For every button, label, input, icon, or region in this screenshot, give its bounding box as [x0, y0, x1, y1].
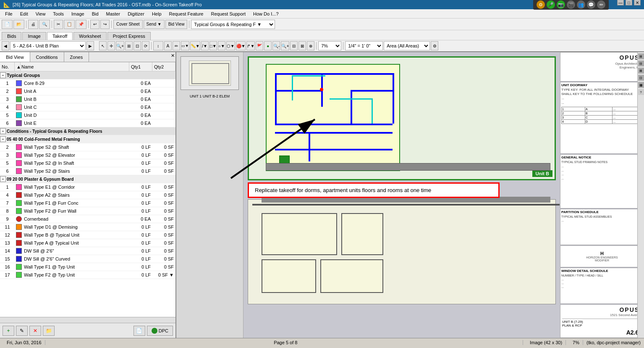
rect2-tool[interactable]: □▼ [209, 41, 217, 50]
expand-cold-formed[interactable]: − [0, 136, 6, 142]
print-button[interactable]: 🖨 [28, 20, 38, 29]
list-item[interactable]: 8 Wall Type F2 @ Furr Wall 0 LF 0 SF [0, 207, 175, 215]
zoom-in-btn2[interactable]: 🔍+ [281, 41, 289, 50]
menu-request-support[interactable]: Request Support [207, 11, 249, 17]
subsection-plaster[interactable]: − 09 20 00 Plaster & Gypsum Board [0, 175, 175, 183]
header-sort[interactable]: ▲ [15, 62, 21, 71]
settings-btn[interactable]: ⚙ [431, 41, 438, 50]
fill-tool[interactable]: 🔴▼ [236, 41, 246, 50]
list-item[interactable]: 1 Core 8-29 0 EA [0, 79, 175, 87]
list-item[interactable]: 4 Wall Type A2 @ Stairs 0 LF 0 SF [0, 191, 175, 199]
measure-tool[interactable]: 📏▼ [190, 41, 200, 50]
tab-image[interactable]: Image [22, 32, 46, 40]
chat-icon[interactable]: 💬 [587, 0, 595, 9]
minimize-button[interactable]: — [617, 0, 624, 5]
menu-help[interactable]: Help [149, 11, 165, 17]
panel-tab-zones[interactable]: Zones [64, 52, 89, 62]
expand-typical-groups[interactable]: − [0, 72, 6, 78]
arrow-tool[interactable]: ↱▼ [246, 41, 255, 50]
green-circle-tool[interactable]: ● [264, 41, 272, 50]
poly-tool[interactable]: ⬡▼ [226, 41, 235, 50]
list-item[interactable]: 5 Wall Type S2 @ In Shaft 0 LF 0 SF [0, 159, 175, 167]
list-item[interactable]: 6 Wall Type S2 @ Stairs 0 LF 0 SF [0, 167, 175, 175]
add-button[interactable]: + [3, 326, 14, 336]
open-button[interactable]: 📂 [13, 20, 24, 29]
tab-takeoff[interactable]: Takeoff [47, 32, 73, 40]
maximize-button[interactable]: □ [626, 0, 632, 5]
nav-forward-button[interactable]: ▶ [86, 41, 94, 50]
tab-worksheet[interactable]: Worksheet [73, 32, 106, 40]
zoom-fit-tool[interactable]: ⊞ [125, 41, 133, 50]
list-item[interactable]: 15 DW Sill @ 2'6" Curved 0 LF 0 SF [0, 255, 175, 263]
section-typical-groups[interactable]: − Typical Groups [0, 71, 175, 79]
panel-tab-conditions[interactable]: Conditions [30, 52, 64, 62]
menu-edit[interactable]: Edit [17, 11, 31, 17]
section-conditions[interactable]: − Conditions - Typical Groups & Repeatin… [0, 127, 175, 135]
menu-request-feature[interactable]: Request Feature [166, 11, 207, 17]
blueprint-canvas[interactable]: Unit B Replicate takeoff for dorms, apar… [243, 52, 560, 338]
tab-project-express[interactable]: Project Express [107, 32, 151, 40]
doc-button[interactable]: 📄 [134, 326, 145, 336]
panel-close[interactable]: ✕ [171, 53, 175, 58]
cut-button[interactable]: ✂ [54, 20, 63, 29]
list-item[interactable]: 1 Wall Type E1 @ Corridor 0 LF 0 SF [0, 183, 175, 191]
panel-tab-bid-view[interactable]: Bid View [0, 52, 30, 62]
list-item[interactable]: 2 Wall Type S2 @ Shaft 0 LF 0 SF [0, 143, 175, 151]
pan-tool[interactable]: ✛ [107, 41, 115, 50]
delete-button[interactable]: ✕ [29, 326, 41, 336]
cover-sheet-button[interactable]: Cover Sheet [113, 20, 143, 29]
menu-bid[interactable]: Bid [89, 11, 102, 17]
list-item[interactable]: 4 Unit C 0 EA [0, 103, 175, 111]
list-item[interactable]: 3 Wall Type S2 @ Elevator 0 LF 0 SF [0, 151, 175, 159]
list-item[interactable]: 16 Wall Type F1 @ Typ Unit 0 LF 0 SF [0, 263, 175, 271]
subsection-cold-formed[interactable]: − 05 40 00 Cold-Formed Metal Framing [0, 135, 175, 143]
area-select[interactable]: Area (All Areas) [384, 41, 430, 50]
page-dropdown[interactable]: 5 - A2.64 - Unit B Plan [10, 41, 86, 50]
toolbox-btn-1[interactable]: ⊞ [638, 53, 644, 59]
sheet-dropdown[interactable]: Typical Groups & Repeating F ▼ [191, 20, 275, 29]
text-tool[interactable]: A [164, 41, 172, 50]
camera-icon[interactable]: 🎬 [567, 0, 575, 9]
send-button[interactable]: Send ▼ [144, 20, 165, 29]
people-icon[interactable]: 👥 [577, 0, 585, 9]
tab-bids[interactable]: Bids [2, 32, 21, 40]
scale-select[interactable]: 1/4" = 1' 0" [345, 41, 383, 50]
menu-tools[interactable]: Tools [50, 11, 67, 17]
circle-tool[interactable]: ○▼ [218, 41, 225, 50]
rect-tool[interactable]: ▭▼ [181, 41, 189, 50]
list-item[interactable]: 2 Unit A 0 EA [0, 87, 175, 95]
zoom-in-tool[interactable]: 🔍+ [116, 41, 124, 50]
expand-plaster[interactable]: − [0, 176, 6, 182]
h-scrollbar[interactable] [0, 317, 175, 323]
list-item[interactable]: 11 Wall Type D1 @ Demising 0 LF 0 SF [0, 223, 175, 231]
rotate-tool[interactable]: ⟳ [142, 41, 149, 50]
copy-button[interactable]: 📋 [64, 20, 75, 29]
redo-button[interactable]: ↪ [100, 20, 110, 29]
list-item[interactable]: 12 Wall Type B @ Typical Unit 0 LF 0 SF [0, 231, 175, 239]
edit-icon[interactable]: ✏ [597, 0, 605, 9]
edit-button[interactable]: ✎ [16, 326, 28, 336]
list-item[interactable]: 17 Wall Type F2 @ Typ Unit 0 LF 0 SF ▼ [0, 271, 175, 279]
video-icon[interactable]: 📷 [557, 0, 565, 9]
zoom-100-btn[interactable]: ⊟ [290, 41, 298, 50]
paste-button[interactable]: 📌 [76, 20, 86, 29]
zoom-region-tool[interactable]: ⊡ [134, 41, 141, 50]
toolbox-btn-4[interactable]: ⊡ [638, 75, 644, 81]
mic-icon[interactable]: 🎤 [547, 0, 555, 9]
expand-conditions[interactable]: − [0, 128, 6, 134]
list-item[interactable]: 6 Unit E 0 EA [0, 119, 175, 127]
toolbox-btn-5[interactable]: ▦ [638, 82, 644, 88]
undo-button[interactable]: ↩ [90, 20, 99, 29]
menu-how-do-i[interactable]: How Do I...? [250, 11, 282, 17]
gear-icon[interactable]: ⚙ [537, 0, 545, 9]
toolbox-btn-3[interactable]: ⊠ [638, 68, 644, 74]
select-tool[interactable]: ↖ [99, 41, 107, 50]
nav-back-button[interactable]: ◀ [2, 41, 9, 50]
folder-button[interactable]: 📁 [43, 326, 55, 336]
list-item[interactable]: 9 Cornerbead 0 EA 0 SF [0, 215, 175, 223]
menu-master[interactable]: Master [103, 11, 124, 17]
toolbox-btn-6[interactable]: ? [638, 89, 644, 95]
new-button[interactable]: 📄 [2, 20, 13, 29]
list-item[interactable]: 7 Wall Type F1 @ Furr Conc 0 LF 0 SF [0, 199, 175, 207]
zoom-more-btn[interactable]: ⊕ [307, 41, 314, 50]
